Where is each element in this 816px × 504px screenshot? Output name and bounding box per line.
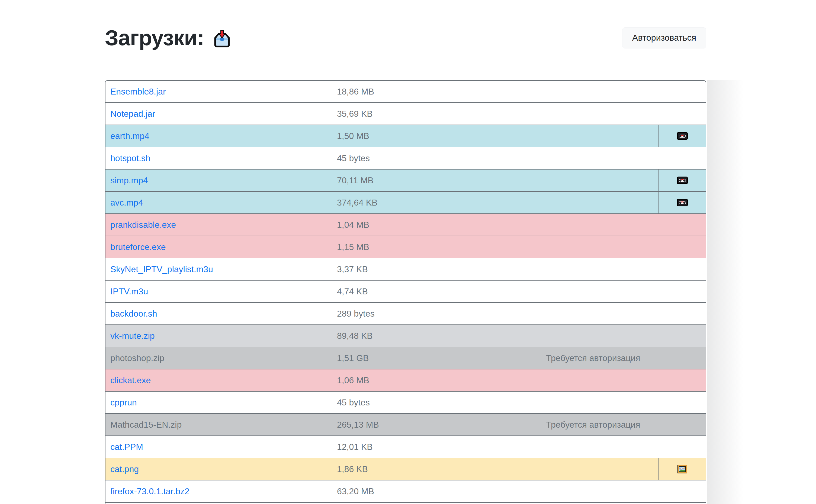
table-row: prankdisable.exe1,04 MB bbox=[105, 214, 706, 236]
auth-cell-empty bbox=[481, 192, 659, 213]
authorize-button[interactable]: Авторизоваться bbox=[622, 27, 706, 48]
file-name-cell: avc.mp4 bbox=[105, 192, 337, 213]
file-link[interactable]: Notepad.jar bbox=[110, 109, 155, 119]
table-row: backdoor.sh289 bytes bbox=[105, 303, 706, 325]
file-size: 63,20 MB bbox=[337, 480, 481, 502]
table-row: avc.mp4374,64 KB bbox=[105, 192, 706, 214]
file-size: 89,48 KB bbox=[337, 325, 481, 347]
table-row: earth.mp41,50 MB bbox=[105, 125, 706, 147]
auth-required-label: Требуется авторизация bbox=[481, 414, 706, 435]
file-size: 1,06 MB bbox=[337, 369, 481, 391]
auth-cell-empty bbox=[481, 81, 706, 102]
auth-cell-empty bbox=[481, 258, 706, 280]
file-name-cell: clickat.exe bbox=[105, 369, 337, 391]
file-name-cell: photoshop.zip bbox=[105, 347, 337, 369]
file-link[interactable]: firefox-73.0.1.tar.bz2 bbox=[110, 486, 189, 496]
file-size: 289 bytes bbox=[337, 303, 481, 324]
auth-cell-empty bbox=[481, 325, 706, 347]
preview-cell bbox=[659, 170, 706, 191]
auth-cell-empty bbox=[481, 170, 659, 191]
page-title: Загрузки: bbox=[105, 27, 232, 49]
auth-cell-empty bbox=[481, 103, 706, 125]
file-size: 1,51 GB bbox=[337, 347, 481, 369]
file-size: 45 bytes bbox=[337, 147, 481, 169]
auth-cell-empty bbox=[481, 392, 706, 413]
file-link[interactable]: SkyNet_IPTV_playlist.m3u bbox=[110, 264, 213, 274]
auth-cell-empty bbox=[481, 369, 706, 391]
file-name-cell: bruteforce.exe bbox=[105, 236, 337, 258]
file-link[interactable]: clickat.exe bbox=[110, 375, 151, 385]
file-link[interactable]: cpprun bbox=[110, 398, 137, 408]
file-link[interactable]: prankdisable.exe bbox=[110, 220, 176, 230]
file-link[interactable]: avc.mp4 bbox=[110, 198, 143, 208]
file-name-cell: hotspot.sh bbox=[105, 147, 337, 169]
file-size: 374,64 KB bbox=[337, 192, 481, 213]
table-row: hotspot.sh45 bytes bbox=[105, 147, 706, 170]
file-link[interactable]: vk-mute.zip bbox=[110, 331, 155, 341]
file-name-cell: Notepad.jar bbox=[105, 103, 337, 125]
file-size: 1,86 KB bbox=[337, 458, 481, 480]
table-row: Ensemble8.jar18,86 MB bbox=[105, 81, 706, 103]
table-row: cat.PPM12,01 KB bbox=[105, 436, 706, 458]
table-row: clickat.exe1,06 MB bbox=[105, 369, 706, 392]
file-name-cell: firefox-73.0.1.tar.bz2 bbox=[105, 480, 337, 502]
preview-cell bbox=[659, 458, 706, 480]
file-link[interactable]: bruteforce.exe bbox=[110, 242, 166, 252]
file-size: 4,74 KB bbox=[337, 281, 481, 302]
table-row: Mathcad15-EN.zip265,13 MBТребуется автор… bbox=[105, 414, 706, 436]
file-name-cell: SkyNet_IPTV_playlist.m3u bbox=[105, 258, 337, 280]
file-size: 45 bytes bbox=[337, 392, 481, 413]
file-name: photoshop.zip bbox=[110, 353, 164, 363]
table-row: SkyNet_IPTV_playlist.m3u3,37 KB bbox=[105, 258, 706, 281]
table-right-shadow bbox=[707, 80, 743, 504]
file-link[interactable]: simp.mp4 bbox=[110, 175, 148, 186]
topbar: Загрузки: Авторизоваться bbox=[105, 24, 706, 52]
file-name-cell: prankdisable.exe bbox=[105, 214, 337, 236]
preview-cell bbox=[659, 192, 706, 213]
inbox-tray-icon bbox=[212, 29, 232, 49]
file-name-cell: simp.mp4 bbox=[105, 170, 337, 191]
videocassette-icon[interactable] bbox=[677, 199, 688, 206]
page-title-text: Загрузки: bbox=[105, 27, 204, 49]
file-size: 265,13 MB bbox=[337, 414, 481, 435]
table-row: simp.mp470,11 MB bbox=[105, 170, 706, 192]
table-row: bruteforce.exe1,15 MB bbox=[105, 236, 706, 258]
table-rows: Ensemble8.jar18,86 MBNotepad.jar35,69 KB… bbox=[105, 81, 706, 503]
auth-cell-empty bbox=[481, 303, 706, 324]
table-row: cat.png1,86 KB bbox=[105, 458, 706, 480]
table-row: Notepad.jar35,69 KB bbox=[105, 103, 706, 125]
preview-cell bbox=[659, 125, 706, 147]
file-name: Mathcad15-EN.zip bbox=[110, 420, 181, 430]
auth-required-label: Требуется авторизация bbox=[481, 347, 706, 369]
auth-cell-empty bbox=[481, 214, 706, 236]
table-row: photoshop.zip1,51 GBТребуется авторизаци… bbox=[105, 347, 706, 369]
file-name-cell: cat.png bbox=[105, 458, 337, 480]
file-link[interactable]: earth.mp4 bbox=[110, 131, 149, 141]
table-row-partial bbox=[105, 503, 706, 504]
file-name-cell: vk-mute.zip bbox=[105, 325, 337, 347]
file-link[interactable]: Ensemble8.jar bbox=[110, 87, 166, 97]
file-name-cell: Ensemble8.jar bbox=[105, 81, 337, 102]
downloads-page: Загрузки: Авторизоваться Ensemble8.jar18… bbox=[0, 0, 816, 504]
downloads-table: Ensemble8.jar18,86 MBNotepad.jar35,69 KB… bbox=[105, 80, 706, 504]
file-size: 3,37 KB bbox=[337, 258, 481, 280]
auth-cell-empty bbox=[481, 147, 706, 169]
framed-picture-icon[interactable] bbox=[677, 464, 688, 474]
file-link[interactable]: backdoor.sh bbox=[110, 309, 157, 319]
videocassette-icon[interactable] bbox=[677, 177, 688, 184]
file-link[interactable]: cat.PPM bbox=[110, 442, 143, 452]
auth-cell-empty bbox=[481, 125, 659, 147]
file-link[interactable]: cat.png bbox=[110, 464, 139, 474]
file-name-cell: cpprun bbox=[105, 392, 337, 413]
auth-cell-empty bbox=[481, 458, 659, 480]
videocassette-icon[interactable] bbox=[677, 132, 688, 140]
auth-cell-empty bbox=[481, 281, 706, 302]
file-size: 35,69 KB bbox=[337, 103, 481, 125]
table-row: IPTV.m3u4,74 KB bbox=[105, 281, 706, 303]
auth-cell-empty bbox=[481, 236, 706, 258]
file-name-cell: Mathcad15-EN.zip bbox=[105, 414, 337, 435]
file-name-cell: backdoor.sh bbox=[105, 303, 337, 324]
file-link[interactable]: hotspot.sh bbox=[110, 153, 150, 163]
file-link[interactable]: IPTV.m3u bbox=[110, 287, 148, 297]
file-size: 12,01 KB bbox=[337, 436, 481, 458]
